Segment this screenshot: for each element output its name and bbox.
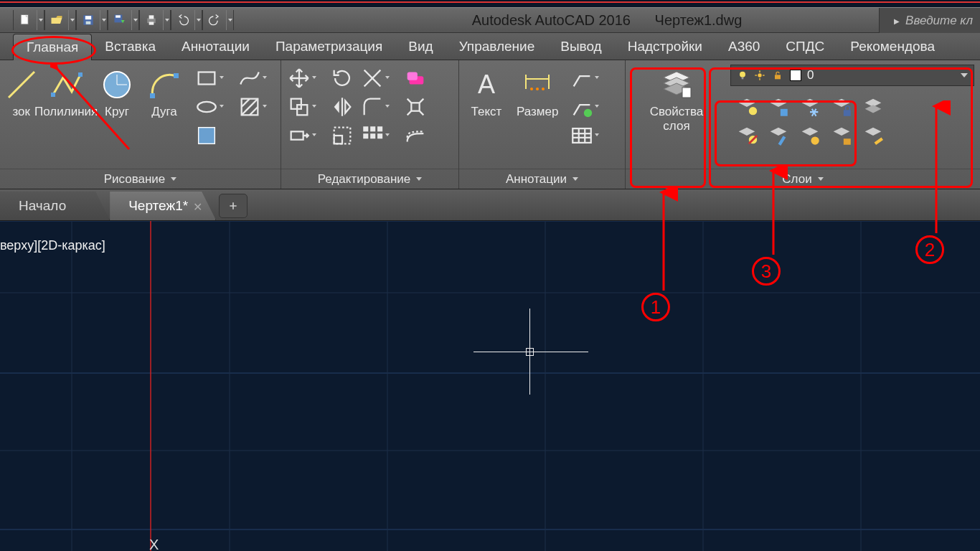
rotate-tool[interactable]	[330, 66, 354, 90]
redo-button[interactable]	[202, 10, 227, 30]
erase-tool[interactable]	[403, 66, 428, 90]
line-button[interactable]: зок	[6, 65, 37, 122]
start-tab[interactable]: Начало	[0, 192, 110, 220]
stretch-tool[interactable]	[287, 123, 311, 148]
tab-view[interactable]: Вид	[395, 33, 446, 60]
svg-rect-42	[363, 133, 368, 138]
panel-annotation-title[interactable]: Аннотации	[459, 169, 625, 189]
tab-annotations[interactable]: Аннотации	[169, 33, 263, 60]
leader-add-tool[interactable]	[570, 95, 594, 119]
svg-line-22	[242, 99, 258, 116]
ellipse-tool[interactable]	[194, 95, 219, 119]
trim-tool[interactable]	[360, 66, 385, 90]
region-tool[interactable]	[194, 123, 219, 148]
tab-a360[interactable]: A360	[715, 33, 773, 60]
panel-layers-title[interactable]: Слои	[626, 169, 980, 189]
svg-rect-36	[291, 131, 303, 139]
move-tool[interactable]	[287, 66, 311, 90]
text-button[interactable]: A Текст	[465, 65, 508, 122]
tab-spds[interactable]: СПДС	[773, 33, 837, 60]
copy-tool[interactable]	[287, 95, 311, 119]
layer-isolate-tool[interactable]	[766, 95, 791, 119]
mirror-tool[interactable]	[330, 95, 354, 119]
layer-lock-tool[interactable]	[829, 95, 854, 119]
print-dropdown[interactable]	[164, 10, 171, 30]
leader-tool[interactable]	[570, 66, 594, 90]
layer-off-tool[interactable]	[735, 95, 759, 119]
crosshair-cursor	[473, 336, 588, 422]
layer-dropdown[interactable]: 0	[730, 65, 974, 86]
chevron-down-icon	[961, 73, 968, 77]
close-icon[interactable]: ✕	[193, 200, 202, 214]
circle-button[interactable]: Круг	[95, 65, 138, 122]
new-file-dropdown[interactable]	[37, 10, 44, 30]
polyline-button[interactable]: Полилиния	[41, 65, 91, 122]
print-button[interactable]	[139, 10, 164, 30]
layer-freeze-tool[interactable]	[798, 95, 822, 119]
layer-properties-button[interactable]: Свойства слоя	[631, 65, 722, 136]
rectangle-tool[interactable]	[194, 66, 219, 90]
panel-draw-title[interactable]: Рисование	[0, 169, 281, 189]
svg-point-49	[530, 88, 533, 90]
tab-insert[interactable]: Вставка	[92, 33, 169, 60]
arc-button[interactable]: Дуга	[143, 65, 186, 122]
saveas-button[interactable]	[108, 10, 132, 30]
new-tab-button[interactable]	[219, 194, 248, 218]
help-search-box[interactable]: Введите кл	[879, 8, 980, 34]
svg-line-23	[250, 107, 258, 115]
tab-addins[interactable]: Надстройки	[615, 33, 715, 60]
fillet-tool[interactable]	[360, 95, 385, 119]
svg-rect-85	[844, 138, 851, 145]
svg-rect-37	[334, 136, 342, 143]
layer-make-current-tool[interactable]	[861, 95, 885, 119]
svg-rect-28	[407, 72, 418, 80]
saveas-dropdown[interactable]	[132, 10, 139, 30]
drawing-tab[interactable]: Чертеж1* ✕	[110, 192, 216, 220]
svg-marker-86	[865, 128, 882, 136]
tab-parametrization[interactable]: Параметризация	[263, 33, 395, 60]
hatch-tool[interactable]	[237, 95, 262, 119]
layer-match-tool[interactable]	[861, 123, 885, 148]
tab-featured[interactable]: Рекомендова	[837, 33, 948, 60]
svg-rect-8	[149, 15, 154, 19]
undo-dropdown[interactable]	[195, 10, 202, 30]
svg-rect-24	[199, 128, 215, 144]
offset-tool[interactable]	[403, 123, 428, 148]
svg-point-52	[584, 109, 592, 117]
layer-on-tool[interactable]	[735, 123, 759, 148]
window-top-red-line	[0, 1, 980, 3]
layer-unisolate-tool[interactable]	[766, 123, 791, 148]
dimension-button[interactable]: Размер	[512, 65, 562, 122]
svg-rect-29	[291, 99, 301, 109]
redo-dropdown[interactable]	[227, 10, 234, 30]
explode-tool[interactable]	[403, 95, 428, 119]
drawing-canvas[interactable]: верху][2D-каркас] X	[0, 221, 980, 551]
viewport-label[interactable]: верху][2D-каркас]	[0, 238, 105, 253]
spline-tool[interactable]	[237, 66, 262, 90]
open-file-button[interactable]	[44, 10, 69, 30]
new-file-button[interactable]	[13, 10, 37, 30]
svg-rect-31	[411, 103, 419, 110]
layer-thaw-tool[interactable]	[798, 123, 822, 148]
undo-button[interactable]	[171, 10, 195, 30]
svg-rect-6	[116, 15, 121, 17]
panel-edit-title[interactable]: Редактирование	[281, 169, 458, 189]
tab-manage[interactable]: Управление	[446, 33, 548, 60]
open-file-dropdown[interactable]	[69, 10, 76, 30]
svg-rect-69	[775, 75, 781, 79]
svg-rect-76	[844, 110, 851, 116]
scale-tool[interactable]	[330, 123, 354, 148]
ribbon-tabs: Главная Вставка Аннотации Параметризация…	[0, 33, 980, 60]
svg-line-34	[407, 111, 412, 116]
table-tool[interactable]	[570, 123, 594, 148]
svg-rect-43	[370, 133, 375, 138]
save-dropdown[interactable]	[100, 10, 108, 30]
svg-point-50	[536, 88, 539, 90]
tab-output[interactable]: Вывод	[547, 33, 614, 60]
layer-unlock-tool[interactable]	[829, 123, 854, 148]
save-button[interactable]	[76, 10, 100, 30]
tab-home[interactable]: Главная	[13, 34, 92, 60]
lock-open-icon	[771, 70, 784, 81]
array-tool[interactable]	[360, 123, 385, 148]
svg-rect-11	[51, 93, 55, 97]
